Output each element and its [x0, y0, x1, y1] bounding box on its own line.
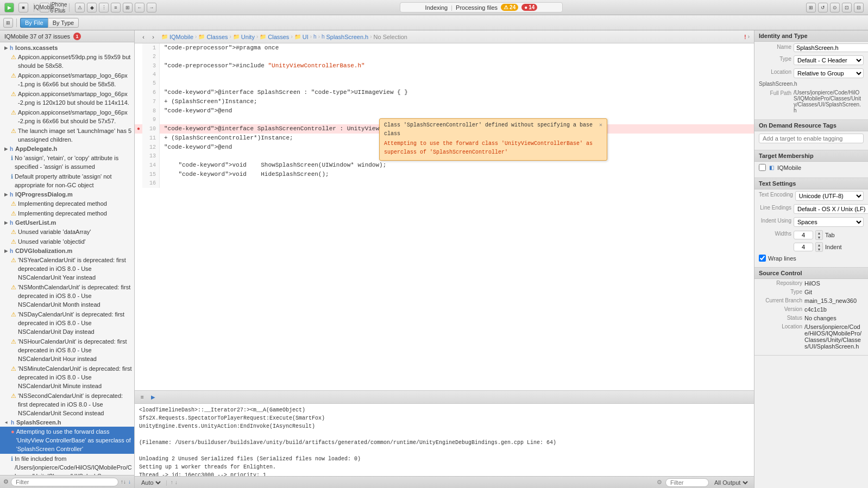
err-badge[interactable]: ● 14 — [521, 4, 537, 11]
warn-icon: ⚠ — [11, 364, 16, 373]
tree-item[interactable]: ⚠The launch image set 'LaunchImage' has … — [0, 126, 134, 144]
code-editor[interactable]: 1"code-preprocessor">#pragma once23"code… — [135, 43, 754, 390]
indent-row: Indent Using Spaces — [754, 216, 868, 229]
tree-item[interactable]: ⚠Implementing deprecated method — [0, 208, 134, 218]
tree-item[interactable]: ▶ h IQProgressDialog.m — [0, 190, 134, 199]
breadcrumb-h[interactable]: h — [313, 34, 317, 40]
line-endings-select[interactable]: Default - OS X / Unix (LF) — [794, 204, 868, 214]
name-input[interactable] — [794, 43, 868, 52]
toolbar-right-5[interactable]: ⊟ — [854, 3, 864, 12]
tree-item[interactable]: ▼ h SplashScreen.h — [0, 418, 134, 427]
forward-btn-toolbar[interactable]: → — [147, 3, 156, 12]
triangle-icon: ▶ — [4, 192, 8, 197]
tree-item[interactable]: ▶ h Icons.xcassets — [0, 43, 134, 52]
tab-stepper[interactable]: ▲ ▼ — [815, 230, 823, 240]
err-icon: ● — [524, 4, 527, 10]
issues-btn[interactable]: ⚠ — [75, 3, 85, 12]
toolbar-right-2[interactable]: ↺ — [818, 3, 828, 12]
breakpoints-btn[interactable]: ◆ — [87, 3, 97, 12]
warn-badge[interactable]: ⚠ 24 — [501, 4, 518, 11]
output-line: <loadTimelineDash>::__Iterator27:><m__A(… — [139, 406, 750, 414]
tab-up[interactable]: ▲ — [816, 231, 822, 235]
hierarchy-btn[interactable]: ⊞ — [123, 3, 133, 12]
breadcrumb-forward[interactable]: › — [149, 33, 158, 41]
breadcrumb-ui[interactable]: 📁UI — [294, 34, 309, 40]
tree-item[interactable]: ⚠Unused variable 'objectid' — [0, 237, 134, 246]
scheme-selector[interactable]: IQMobile — [40, 3, 49, 12]
tree-item[interactable]: ℹDefault property attribute 'assign' not… — [0, 172, 134, 190]
toolbar-right-4[interactable]: ⊡ — [842, 3, 852, 12]
indent-stepper[interactable]: ▲ ▼ — [815, 242, 823, 252]
grid-view-btn[interactable]: ⊞ — [3, 18, 13, 28]
tree-item[interactable]: ▶ h GetUserList.m — [0, 218, 134, 227]
toolbar-right-3[interactable]: ⊙ — [830, 3, 840, 12]
by-type-btn[interactable]: By Type — [48, 18, 79, 28]
breadcrumb-back[interactable]: ‹ — [139, 33, 148, 41]
line-content: "code-preprocessor">#pragma once — [160, 43, 754, 53]
target-checkbox[interactable] — [759, 164, 766, 171]
tree-item[interactable]: ⚠Implementing deprecated method — [0, 199, 134, 208]
tree-item[interactable]: ⚠Unused variable 'dataArray' — [0, 227, 134, 237]
tree-item[interactable]: ⚠'NSYearCalendarUnit' is deprecated: fir… — [0, 255, 134, 282]
indent-down[interactable]: ▼ — [816, 247, 822, 251]
location-select[interactable]: Relative to Group — [794, 68, 864, 78]
left-bottom-bar: ⚙ ↑↓ ↓ — [0, 475, 134, 488]
filter-input[interactable] — [11, 478, 118, 486]
bottom-list-btn[interactable]: ≡ — [138, 393, 147, 402]
sort-desc-icon[interactable]: ↓ — [128, 479, 131, 485]
tree-item[interactable]: ⚠'NSDayCalendarUnit' is deprecated: firs… — [0, 309, 134, 337]
tree-item[interactable]: ⚠Appicon.appiconset/59dp.png is 59x59 bu… — [0, 52, 134, 71]
indent-up[interactable]: ▲ — [816, 243, 822, 247]
device-selector[interactable]: iPhone 6 Plus — [54, 3, 64, 12]
tree-item[interactable]: ▶ h CDVGlobalization.m — [0, 246, 134, 255]
env-btn[interactable]: ⋮ — [99, 3, 109, 12]
left-tree[interactable]: ▶ h Icons.xcassets⚠Appicon.appiconset/59… — [0, 42, 134, 475]
auto-select[interactable]: Auto — [139, 479, 162, 486]
tree-item[interactable]: ⚠Appicon.appiconset/smartapp_logo_66px -… — [0, 107, 134, 126]
tree-item[interactable]: ℹIn file included from /Users/jonpierce/… — [0, 454, 134, 475]
run-button[interactable]: ▶ — [4, 3, 14, 12]
indent-select[interactable]: Spaces — [794, 217, 864, 227]
breadcrumb-no-selection: No Selection — [374, 34, 407, 40]
breadcrumb-unity[interactable]: 📁Unity — [233, 34, 255, 40]
bottom-active-btn[interactable]: ▶ — [149, 393, 158, 402]
breadcrumb-classes[interactable]: 📁Classes — [198, 34, 228, 40]
list-btn[interactable]: ≡ — [111, 3, 121, 12]
code-line: 14 "code-keyword">void ShowSplashScreen(… — [135, 161, 754, 170]
code-line: 6"code-keyword">@interface SplashScreen … — [135, 88, 754, 97]
tree-item[interactable]: ⚠'NSSecondCalendarUnit' is deprecated: f… — [0, 391, 134, 418]
breadcrumb-iqmobile[interactable]: 📁IQMobile — [161, 34, 193, 40]
toolbar-right-1[interactable]: ⊞ — [806, 3, 816, 12]
tree-item[interactable]: ▶ h AppDelegate.h — [0, 144, 134, 153]
tree-item-text: Attempting to use the forward class 'Uni… — [16, 427, 132, 453]
tree-item[interactable]: ⚠'NSMinuteCalendarUnit' is deprecated: f… — [0, 364, 134, 391]
tree-item[interactable]: ⚠Appicon.appiconset/smartapp_logo_66px -… — [0, 71, 134, 89]
sort-asc-icon[interactable]: ↑↓ — [121, 479, 126, 485]
tree-item[interactable]: ⚠'NSHourCalendarUnit' is deprecated: fir… — [0, 337, 134, 364]
wrap-checkbox[interactable] — [759, 255, 766, 262]
tree-item[interactable]: ℹNo 'assign', 'retain', or 'copy' attrib… — [0, 153, 134, 172]
tab-width-input[interactable] — [794, 231, 813, 239]
bottom-output[interactable]: <loadTimelineDash>::__Iterator27:><m__A(… — [135, 404, 754, 476]
breadcrumb-right-warn[interactable]: ! — [744, 34, 746, 40]
breadcrumb-classes2[interactable]: 📁Classes — [260, 34, 289, 40]
path-value: SplashScreen.h — [759, 81, 864, 87]
warn-icon: ⚠ — [11, 227, 16, 236]
indent-width-input[interactable] — [794, 243, 813, 251]
stop-button[interactable]: ■ — [18, 3, 28, 12]
tree-item[interactable]: ●Attempting to use the forward class 'Un… — [0, 427, 134, 454]
tree-item[interactable]: ⚠Appicon.appiconset/smartapp_logo_66px -… — [0, 89, 134, 107]
breadcrumb-splashscreen[interactable]: hSplashScreen.h — [322, 34, 368, 40]
output-select[interactable]: All Output — [712, 479, 750, 486]
type-select[interactable]: Default - C Header — [794, 55, 864, 65]
line-number: 15 — [142, 170, 160, 179]
bottom-filter-input[interactable] — [665, 478, 709, 487]
encoding-select[interactable]: Unicode (UTF-8) — [795, 191, 864, 201]
encoding-label: Text Encoding — [759, 191, 793, 198]
by-file-btn[interactable]: By File — [20, 18, 48, 28]
tagging-input[interactable] — [759, 134, 864, 143]
back-btn[interactable]: ← — [135, 3, 144, 12]
tree-item[interactable]: ⚠'NSMonthCalendarUnit' is deprecated: fi… — [0, 282, 134, 309]
tab-down[interactable]: ▼ — [816, 235, 822, 239]
tooltip-close[interactable]: ✕ — [599, 121, 602, 130]
